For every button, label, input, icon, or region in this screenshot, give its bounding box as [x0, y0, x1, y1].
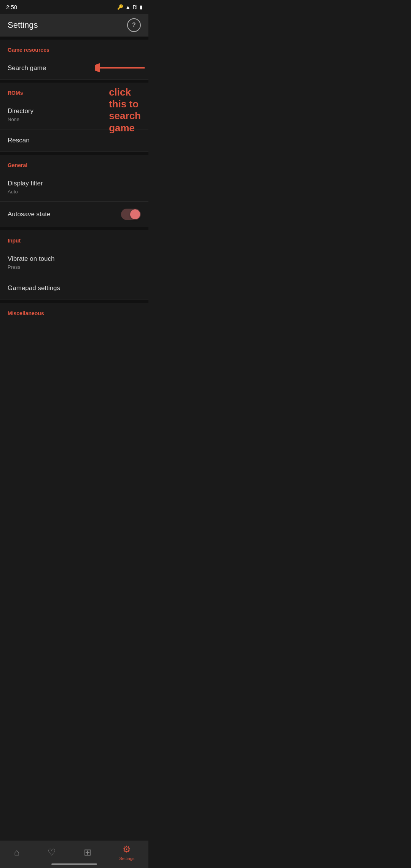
section-misc-title: Miscellaneous — [8, 310, 44, 316]
gamepad-title: Gamepad settings — [8, 284, 141, 292]
vibrate-subtitle: Press — [8, 264, 141, 270]
vibrate-item[interactable]: Vibrate on touch Press — [0, 248, 148, 277]
gamepad-item[interactable]: Gamepad settings — [0, 277, 148, 300]
section-game-resources-title: Game resources — [8, 47, 49, 53]
vibrate-title: Vibrate on touch — [8, 255, 141, 263]
section-input-title: Input — [8, 238, 21, 244]
divider-general — [0, 152, 148, 155]
rescan-content: Rescan — [8, 136, 141, 145]
status-bar: 2:50 🔑 ▲ Rl ▮ — [0, 0, 148, 14]
app-title: Settings — [8, 20, 38, 30]
divider-roms — [0, 80, 148, 83]
status-icon-battery: ▮ — [140, 4, 142, 10]
display-filter-item[interactable]: Display filter Auto — [0, 172, 148, 202]
autosave-toggle[interactable] — [121, 209, 141, 220]
status-icon-wifi: ▲ — [126, 4, 131, 10]
status-icon-signal: Rl — [133, 4, 137, 10]
rescan-title: Rescan — [8, 136, 141, 145]
section-misc-header: Miscellaneous — [0, 303, 148, 320]
help-button[interactable]: ? — [127, 18, 141, 32]
directory-item[interactable]: Directory None — [0, 100, 148, 129]
search-game-content: Search game — [8, 64, 141, 72]
display-filter-subtitle: Auto — [8, 189, 141, 195]
roms-section: click this to search game ROMs Directory… — [0, 83, 148, 152]
toggle-track — [121, 209, 141, 220]
main-content: Game resources Search game click this — [0, 37, 148, 350]
autosave-content: Autosave state — [8, 210, 121, 219]
divider-misc — [0, 300, 148, 303]
vibrate-content: Vibrate on touch Press — [8, 255, 141, 270]
directory-title: Directory — [8, 107, 141, 115]
display-filter-content: Display filter Auto — [8, 179, 141, 195]
status-icon-key: 🔑 — [117, 4, 123, 10]
autosave-title: Autosave state — [8, 210, 121, 219]
search-game-row: Search game — [0, 57, 148, 80]
directory-content: Directory None — [8, 107, 141, 122]
section-roms-title: ROMs — [8, 90, 23, 96]
search-game-item[interactable]: Search game — [0, 57, 148, 80]
divider-input — [0, 227, 148, 230]
section-general-header: General — [0, 155, 148, 172]
app-bar: Settings ? — [0, 14, 148, 37]
status-icons: 🔑 ▲ Rl ▮ — [117, 4, 142, 10]
display-filter-title: Display filter — [8, 179, 141, 188]
rescan-item[interactable]: Rescan — [0, 129, 148, 152]
divider-top — [0, 37, 148, 40]
section-roms-header: ROMs — [0, 83, 148, 100]
gamepad-content: Gamepad settings — [8, 284, 141, 292]
section-general-title: General — [8, 162, 27, 168]
help-icon: ? — [132, 22, 136, 29]
autosave-item[interactable]: Autosave state — [0, 202, 148, 227]
section-game-resources-header: Game resources — [0, 40, 148, 57]
toggle-thumb — [130, 209, 140, 219]
directory-subtitle: None — [8, 116, 141, 122]
status-time: 2:50 — [6, 4, 17, 10]
search-game-title: Search game — [8, 64, 141, 72]
section-input-header: Input — [0, 230, 148, 248]
